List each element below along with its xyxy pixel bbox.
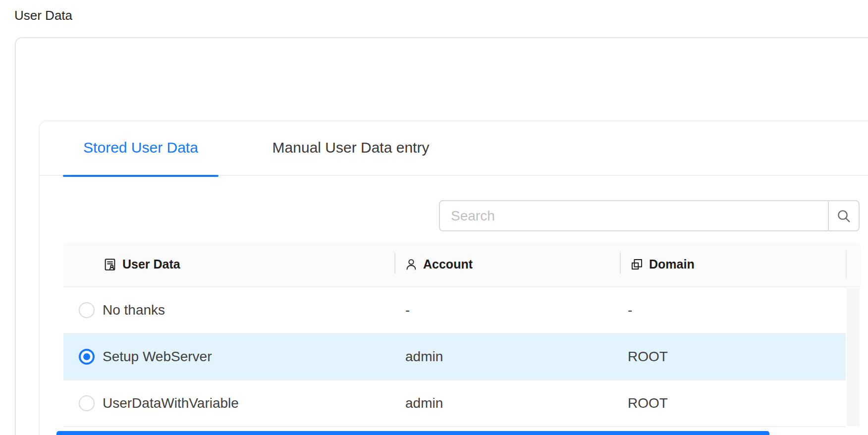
cell-domain: ROOT xyxy=(628,334,668,380)
row-radio[interactable] xyxy=(79,302,95,318)
table-row[interactable]: UserDataWithVariable admin ROOT xyxy=(63,381,846,427)
table-body: No thanks - - Setup WebServer admin ROOT… xyxy=(63,287,846,427)
column-separator xyxy=(620,253,621,274)
column-header-label: Account xyxy=(423,257,473,272)
row-radio-wrap xyxy=(71,381,103,426)
row-radio-wrap xyxy=(71,334,103,380)
column-header-label: User Data xyxy=(122,257,180,272)
tab-manual-user-data-entry[interactable]: Manual User Data entry xyxy=(250,120,451,175)
search-button[interactable] xyxy=(828,200,860,231)
search-icon xyxy=(836,208,852,224)
active-tab-ink-bar xyxy=(63,175,218,177)
cell-user-data: No thanks xyxy=(103,287,165,333)
search-input[interactable] xyxy=(439,200,828,231)
search-bar xyxy=(439,200,860,231)
table-header: User Data Account Domain xyxy=(63,242,861,287)
cell-account: - xyxy=(405,287,410,333)
tab-stored-user-data[interactable]: Stored User Data xyxy=(63,120,218,175)
table-row[interactable]: Setup WebServer admin ROOT xyxy=(63,334,846,381)
row-radio[interactable] xyxy=(79,349,95,365)
cell-user-data: UserDataWithVariable xyxy=(103,381,239,426)
horizontal-scrollbar-thumb[interactable] xyxy=(56,431,769,435)
cell-domain: - xyxy=(628,287,632,333)
domain-icon xyxy=(630,258,644,271)
column-header-label: Domain xyxy=(649,257,695,272)
cell-domain: ROOT xyxy=(628,381,668,426)
column-separator xyxy=(394,253,395,274)
table-row[interactable]: No thanks - - xyxy=(63,287,846,334)
solution-icon xyxy=(103,257,117,272)
row-radio-wrap xyxy=(71,287,103,333)
page-title: User Data xyxy=(14,8,72,23)
cell-account: admin xyxy=(405,334,443,380)
row-radio[interactable] xyxy=(79,395,95,411)
cell-user-data: Setup WebServer xyxy=(103,334,212,380)
user-icon xyxy=(405,258,418,272)
cell-account: admin xyxy=(405,381,443,426)
header-scrollbar-cell xyxy=(846,250,861,279)
column-header-user-data: User Data xyxy=(103,242,180,286)
vertical-scrollbar-track[interactable] xyxy=(847,288,860,426)
column-header-domain: Domain xyxy=(630,242,695,286)
column-header-account: Account xyxy=(405,242,473,286)
